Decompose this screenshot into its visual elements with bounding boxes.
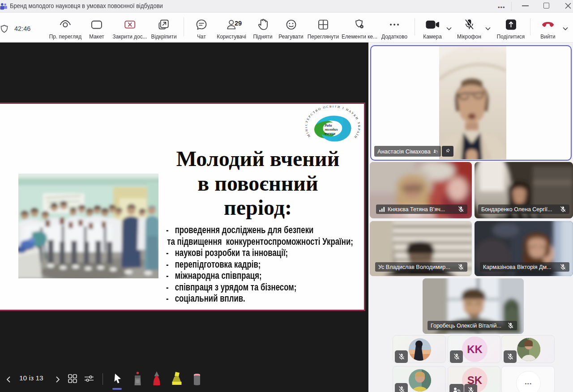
svg-text:Рада: Рада [325, 124, 332, 128]
svg-text:?: ? [458, 390, 459, 392]
svg-text:?: ? [436, 151, 437, 153]
svg-text:молодих: молодих [324, 128, 338, 132]
svg-text:вчених: вчених [325, 132, 335, 136]
